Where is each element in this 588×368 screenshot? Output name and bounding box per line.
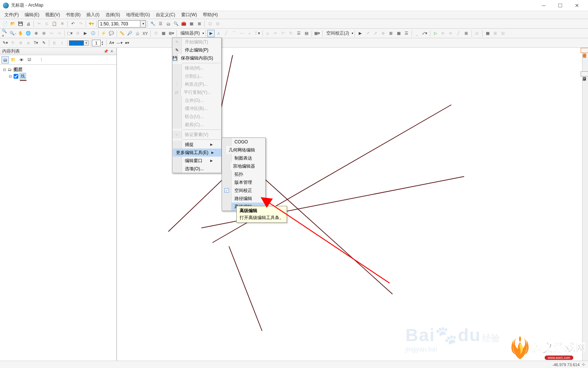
draw-tool-button[interactable]: ✎▾ bbox=[1, 39, 9, 47]
line-width-input[interactable] bbox=[92, 40, 101, 46]
submenu-item[interactable]: 路径编辑 bbox=[222, 194, 265, 203]
paste-button[interactable]: 📋 bbox=[51, 20, 58, 28]
edit-vertices-button[interactable]: ⋮▾ bbox=[254, 30, 261, 37]
new-button[interactable]: 📄 bbox=[1, 20, 9, 28]
toc-button[interactable]: ☰ bbox=[157, 20, 164, 28]
measure-button[interactable]: 📏 bbox=[118, 30, 126, 37]
sa-grid2-button[interactable]: ▦ bbox=[395, 30, 402, 37]
fixed-zoom-in-button[interactable]: ⊕ bbox=[32, 30, 40, 37]
menu-insert[interactable]: 插入(I) bbox=[83, 11, 102, 19]
undo-button[interactable]: ↶ bbox=[69, 20, 76, 28]
html-popup-button[interactable]: 💬 bbox=[108, 30, 115, 37]
expand-icon[interactable]: ⊟ bbox=[8, 74, 12, 78]
reshape-button[interactable]: ⎋ bbox=[264, 30, 272, 37]
zoom-out-button[interactable]: 🔍- bbox=[9, 30, 17, 37]
font-button[interactable]: A bbox=[25, 39, 32, 47]
open-button[interactable]: 📂 bbox=[9, 20, 17, 28]
viewer-button[interactable]: ▦ bbox=[160, 30, 167, 37]
layer-line-symbol[interactable] bbox=[20, 80, 26, 81]
fill-color-dropdown[interactable]: ▾ bbox=[84, 40, 89, 46]
menu-geoprocessing[interactable]: 地理处理(G) bbox=[123, 11, 153, 19]
toc-list-visibility-button[interactable]: 👁 bbox=[18, 56, 25, 64]
sa-edge-button[interactable]: ⎯ bbox=[413, 30, 421, 37]
select-elements-button[interactable]: ▶ bbox=[82, 30, 89, 37]
menu-selection[interactable]: 选择(S) bbox=[103, 11, 123, 19]
marker-color-button[interactable]: ●▾ bbox=[123, 39, 131, 47]
pan-button[interactable]: ✋ bbox=[17, 30, 24, 37]
layer-visibility-checkbox[interactable] bbox=[14, 74, 18, 79]
catalog-button[interactable]: 🗂 bbox=[165, 20, 172, 28]
close-button[interactable]: ✕ bbox=[569, 0, 585, 11]
editor-menu-item[interactable]: 💾保存编辑内容(S) bbox=[172, 54, 221, 62]
menu-window[interactable]: 窗口(W) bbox=[178, 11, 200, 19]
toc-list-selection-button[interactable]: ☑ bbox=[26, 56, 33, 64]
python-button[interactable]: ▦ bbox=[188, 20, 195, 28]
editor-menu-item[interactable]: 选项(O)... bbox=[172, 165, 221, 173]
adv-tool8[interactable]: ⊞ bbox=[492, 30, 499, 37]
width-up-button[interactable]: ▲ bbox=[101, 40, 105, 43]
edit-tool-button[interactable]: ▶ bbox=[207, 30, 215, 37]
copy-button[interactable]: ⎘ bbox=[43, 20, 50, 28]
expand-icon[interactable]: ⊟ bbox=[2, 68, 7, 72]
spatial-adjustment-menu[interactable]: 空间校正(J) bbox=[324, 30, 351, 37]
cut-polygons-button[interactable]: ✂ bbox=[272, 30, 279, 37]
viewer2-button[interactable]: ⊞▾ bbox=[168, 30, 175, 37]
arc-segment-button[interactable]: ⌒ bbox=[230, 30, 238, 37]
side-tab-catalog[interactable]: 目录 bbox=[581, 71, 588, 76]
menu-file[interactable]: 文件(F) bbox=[1, 11, 22, 19]
map-scrollbar-vertical[interactable] bbox=[582, 48, 588, 368]
sa-identity-button[interactable]: ⊕ bbox=[380, 30, 387, 37]
editor-menu-item[interactable]: 编辑窗口▶ bbox=[172, 157, 221, 165]
print-button[interactable]: 🖨 bbox=[25, 20, 32, 28]
sa-multi-link-button[interactable]: ⇗ bbox=[372, 30, 379, 37]
adv-tool2[interactable]: ⊳ bbox=[440, 30, 447, 37]
redo-button[interactable]: ↷ bbox=[77, 20, 84, 28]
save-button[interactable]: 💾 bbox=[17, 20, 24, 28]
delete-button[interactable]: ✖ bbox=[58, 20, 66, 28]
menu-view[interactable]: 视图(V) bbox=[42, 11, 63, 19]
full-extent-button[interactable]: 🌐 bbox=[25, 30, 32, 37]
next-extent-button[interactable]: ⇨ bbox=[55, 30, 63, 37]
submenu-item[interactable]: 宗地编辑器 bbox=[222, 162, 265, 170]
edit-annotation-button[interactable]: A bbox=[215, 30, 222, 37]
font-color-button[interactable]: A▾ bbox=[108, 39, 115, 47]
zoom-in-button[interactable]: 🔍+ bbox=[1, 30, 9, 37]
sa-select-button[interactable]: ▶ bbox=[356, 30, 364, 37]
goto-xy-button[interactable]: XY bbox=[141, 30, 149, 37]
adv-tool3[interactable]: ⊳ bbox=[447, 30, 455, 37]
rotate-button[interactable]: ↻ bbox=[287, 30, 295, 37]
zoom-text-button[interactable]: ⊕ bbox=[17, 39, 24, 47]
split-button[interactable]: ⊢ bbox=[280, 30, 287, 37]
tool-b[interactable]: ⊟ bbox=[214, 20, 221, 28]
submenu-item[interactable]: 版本管理 bbox=[222, 178, 265, 186]
fixed-zoom-out-button[interactable]: ⊖ bbox=[40, 30, 47, 37]
select-features-button[interactable]: ⬚▾ bbox=[66, 30, 74, 37]
submenu-item[interactable]: 拓扑 bbox=[222, 170, 265, 178]
time-slider-button[interactable]: ⏱ bbox=[152, 30, 159, 37]
toc-list-source-button[interactable]: 📁 bbox=[10, 56, 17, 64]
text-tool-button[interactable]: T▾ bbox=[32, 39, 40, 47]
menu-customize[interactable]: 自定义(C) bbox=[153, 11, 178, 19]
toc-pin-button[interactable]: 📌 bbox=[103, 49, 108, 54]
editor-toolbar-button[interactable]: 🔧 bbox=[149, 20, 157, 28]
maximize-button[interactable]: ☐ bbox=[552, 0, 569, 11]
tool-a[interactable]: ⊡ bbox=[206, 20, 214, 28]
submenu-item[interactable]: 几何网络编辑 bbox=[222, 146, 265, 154]
hyperlink-button[interactable]: ⚡ bbox=[100, 30, 107, 37]
sa-grid1-button[interactable]: ⊞ bbox=[387, 30, 395, 37]
add-data-button[interactable]: ✚▾ bbox=[87, 20, 95, 28]
adv-tool9[interactable]: ⊟ bbox=[499, 30, 507, 37]
adv-tool7[interactable]: ▦ bbox=[484, 30, 491, 37]
find-route-button[interactable]: 🛣 bbox=[134, 30, 141, 37]
modelbuilder-button[interactable]: ⊞ bbox=[196, 20, 203, 28]
tree-root-layers[interactable]: ⊟ 🗂 图层 bbox=[2, 66, 114, 73]
editor-menu-button[interactable]: 编辑器(R) bbox=[178, 30, 202, 37]
prev-extent-button[interactable]: ⇦ bbox=[48, 30, 55, 37]
editor-menu-item[interactable]: 更多编辑工具(E)▶ bbox=[172, 149, 221, 157]
italic-button[interactable]: I bbox=[58, 39, 66, 47]
attributes-button[interactable]: ☰ bbox=[295, 30, 302, 37]
line-color-button[interactable]: —▾ bbox=[116, 39, 123, 47]
adv-tool4[interactable]: ╱ bbox=[455, 30, 462, 37]
map-scale-input[interactable] bbox=[98, 20, 140, 28]
sa-tool-button[interactable]: ⤢▾ bbox=[421, 30, 429, 37]
